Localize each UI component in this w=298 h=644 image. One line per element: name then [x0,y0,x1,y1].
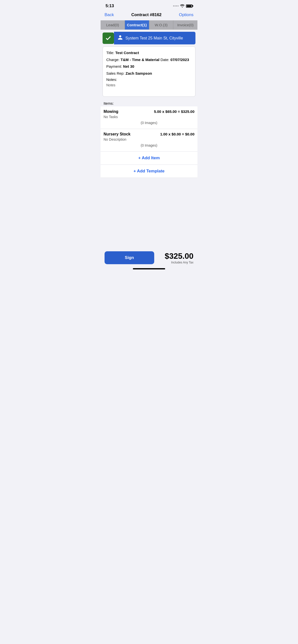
page-title: Contract #8162 [131,12,162,17]
tax-label: Includes Any Tax [165,261,193,264]
contract-card: Title: Test Contract Charge: T&M - Time … [103,46,195,97]
item-name: Mowing [104,110,118,114]
item-calc: 1.00 x $0.00 = $0.00 [160,132,194,136]
battery-icon [186,4,192,8]
item-images: (0 Images) [104,120,194,126]
salesrep-value: Zach Sampson [126,71,152,76]
tab-contract[interactable]: Contract(1) [125,20,149,30]
item-images: (0 Images) [104,142,194,148]
bottom-bar: Sign $325.00 Includes Any Tax [101,247,197,266]
tab-bar: Lead(0) Contract(1) W.O.(3) Invoice(0) [101,20,197,30]
sign-button[interactable]: Sign [105,251,154,264]
title-value: Test Contract [115,50,139,55]
charge-label: Charge: [106,58,119,62]
total-amount: $325.00 [165,252,193,261]
contract-title-row: Title: Test Contract [106,50,192,56]
add-template-button[interactable]: + Add Template [101,165,197,178]
item-calc: 5.00 x $65.00 = $325.00 [154,110,194,114]
customer-info[interactable]: System Test 25 Main St, Cityville [114,32,195,44]
item-subtask: No Description [104,138,194,142]
contract-salesrep-row: Sales Rep: Zach Sampson [106,71,192,76]
status-bar: 5:13 [101,0,197,10]
payment-value: Net 30 [123,64,134,68]
avatar-icon [117,35,123,42]
tab-invoice[interactable]: Invoice(0) [173,20,197,30]
item-header: Mowing 5.00 x $65.00 = $325.00 [104,110,194,114]
customer-banner[interactable]: System Test 25 Main St, Cityville [103,32,195,44]
date-value: 07/07/2023 [170,58,189,62]
list-item[interactable]: Nursery Stock 1.00 x $0.00 = $0.00 No De… [101,129,197,152]
notes-label: Notes: [106,78,192,82]
add-item-button[interactable]: + Add Item [101,152,197,165]
nav-bar: Back Contract #8162 Options [101,10,197,20]
salesrep-label: Sales Rep: [106,71,124,76]
customer-name: System Test 25 Main St, Cityville [125,36,183,40]
item-name: Nursery Stock [104,132,131,136]
signal-icon [173,6,179,6]
options-button[interactable]: Options [179,12,193,17]
total-area: $325.00 Includes Any Tax [165,252,193,264]
items-section-label: Items: [101,99,197,106]
contract-charge-row: Charge: T&M - Time & Material Date: 07/0… [106,57,192,63]
check-badge [103,32,114,44]
home-bar [133,268,165,270]
tab-wo[interactable]: W.O.(3) [149,20,174,30]
date-label: Date: [160,58,169,62]
back-button[interactable]: Back [105,12,114,17]
item-subtask: No Tasks [104,115,194,119]
tab-lead[interactable]: Lead(0) [101,20,125,30]
payment-label: Payment: [106,64,122,68]
charge-value: T&M - Time & Material [121,58,159,62]
status-icons [173,4,192,8]
list-item[interactable]: Mowing 5.00 x $65.00 = $325.00 No Tasks … [101,106,197,129]
wifi-icon [180,4,184,8]
title-label: Title: [106,50,114,55]
notes-content: Notes [106,83,192,93]
items-list: Mowing 5.00 x $65.00 = $325.00 No Tasks … [101,106,197,152]
contract-payment-row: Payment: Net 30 [106,64,192,70]
checkmark-icon [105,35,112,42]
status-time: 5:13 [106,4,114,8]
empty-content-area [101,178,197,247]
home-indicator [101,266,197,272]
item-header: Nursery Stock 1.00 x $0.00 = $0.00 [104,132,194,136]
